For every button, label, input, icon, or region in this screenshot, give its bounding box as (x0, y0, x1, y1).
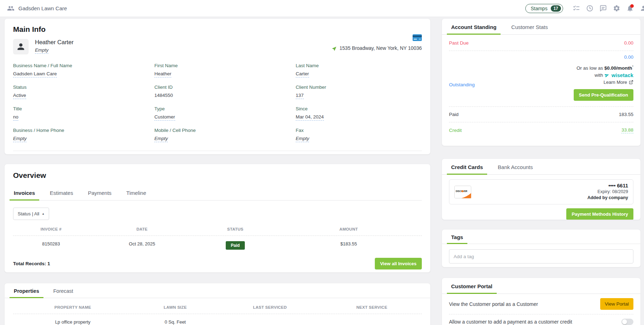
tab-timeline[interactable]: Timeline (126, 185, 147, 200)
learn-more-link[interactable]: Learn More (449, 80, 633, 85)
field-value[interactable]: Carter (296, 71, 309, 77)
customer-address[interactable]: 1535 Broadway, New York, NY 10036 (332, 45, 422, 51)
field-client-number: Client Number 137 (296, 85, 422, 99)
financing-provider: with wisetack (449, 72, 633, 78)
field-label: Business Name / Full Name (13, 63, 154, 68)
field-label: Last Name (296, 63, 422, 68)
lawn-size-cell: 0 Sq. Feet (132, 314, 218, 325)
past-due-row: Past Due 0.00 (449, 35, 633, 51)
field-label: Mobile / Cell Phone (154, 128, 296, 133)
credit-card-item[interactable]: DISCOVER •••• 6611 Expiry: 08/2029 Added… (449, 179, 633, 204)
gear-icon[interactable] (613, 5, 620, 12)
tab-tags[interactable]: Tags (450, 230, 464, 244)
customer-avatar[interactable] (13, 39, 29, 54)
payment-methods-card: Credit Cards Bank Accounts DISCOVER ••••… (442, 158, 641, 220)
field-value[interactable]: Mar 04, 2024 (296, 114, 324, 121)
wisetack-logo-icon (604, 73, 610, 78)
view-all-invoices-button[interactable]: View all Invoices (375, 258, 422, 269)
paid-label: Paid (449, 112, 459, 117)
tab-estimates[interactable]: Estimates (49, 185, 74, 200)
external-link-icon (629, 80, 633, 85)
tab-invoices[interactable]: Invoices (13, 185, 36, 200)
tab-credit-cards[interactable]: Credit Cards (450, 159, 484, 174)
properties-tabs: Properties Forecast (5, 283, 430, 298)
stamps-label: Stamps (531, 6, 547, 11)
invoice-number-cell: 8150283 (13, 236, 89, 255)
send-prequalification-button[interactable]: Send Pre-Qualification (574, 89, 633, 101)
properties-table-header: PROPERTY NAME LAWN SIZE LAST SERVICED NE… (5, 298, 430, 314)
invoice-table-header: INVOICE # DATE STATUS AMOUNT (13, 220, 422, 236)
clock-icon[interactable] (586, 5, 593, 12)
status-filter-dropdown[interactable]: Status | All ▲ (13, 208, 49, 220)
field-value[interactable]: Empty (296, 136, 309, 142)
field-value[interactable]: Customer (154, 114, 175, 121)
field-value[interactable]: Empty (13, 136, 26, 142)
status-filter-label: Status | All (18, 211, 39, 216)
address-text: 1535 Broadway, New York, NY 10036 (339, 45, 422, 51)
payment-methods-history-button[interactable]: Payment Methods History (566, 208, 633, 220)
field-label: Status (13, 85, 154, 90)
tab-account-standing[interactable]: Account Standing (450, 19, 497, 34)
field-first-name: First Name Heather (154, 63, 296, 77)
top-bar-right: Stamps 17 (525, 4, 644, 13)
credit-card-icon[interactable] (413, 34, 422, 42)
tab-customer-portal[interactable]: Customer Portal (450, 278, 493, 294)
tab-payments[interactable]: Payments (87, 185, 112, 200)
column-header: NEXT SERVICE (322, 298, 422, 314)
financing-amount: $0.00/month (604, 65, 632, 71)
last-serviced-cell (218, 314, 322, 325)
field-value[interactable]: Empty (154, 136, 168, 142)
invoice-amount-cell: $183.55 (276, 236, 422, 255)
outstanding-label: Outstanding (449, 82, 475, 87)
notifications-button[interactable] (626, 5, 634, 12)
allow-credit-toggle[interactable] (621, 319, 633, 325)
customer-subtext-field[interactable]: Empty (35, 47, 48, 54)
tab-forecast[interactable]: Forecast (53, 283, 74, 298)
field-since: Since Mar 04, 2024 (296, 106, 422, 121)
tab-customer-stats[interactable]: Customer Stats (510, 19, 548, 34)
past-due-value: 0.00 (624, 40, 633, 46)
checklist-icon[interactable] (573, 5, 580, 12)
field-value[interactable]: Heather (154, 71, 171, 77)
field-value[interactable]: Gadsden Lawn Care (13, 71, 57, 77)
invoice-table-row[interactable]: 8150283 Oct 28, 2025 Paid $183.55 (13, 236, 422, 255)
past-due-label: Past Due (449, 40, 469, 46)
field-label: Fax (296, 128, 422, 133)
allow-credit-text: Allow a customer to add a payment as a c… (449, 319, 572, 325)
overview-title: Overview (13, 171, 422, 180)
outstanding-details: 0.00 Or as low as $0.00/month* with wise… (449, 54, 633, 101)
paid-row: Paid 183.55 (449, 107, 633, 122)
field-title: Title no (13, 106, 154, 121)
customer-name: Heather Carter (35, 39, 73, 46)
total-records-label: Total Records: 1 (13, 261, 50, 266)
field-value[interactable]: Active (13, 93, 26, 99)
view-portal-button[interactable]: View Portal (600, 298, 633, 310)
stamps-button[interactable]: Stamps 17 (525, 4, 563, 13)
field-label: Title (13, 106, 154, 111)
credit-card-details: •••• 6611 Expiry: 08/2029 Added by compa… (587, 183, 628, 201)
view-portal-row: View the Customer portal as a Customer V… (442, 294, 640, 314)
chat-icon[interactable] (599, 5, 607, 12)
field-value[interactable]: 137 (296, 93, 304, 99)
field-type: Type Customer (154, 106, 296, 121)
tab-properties[interactable]: Properties (13, 283, 40, 298)
field-value: 1484550 (154, 93, 173, 98)
financing-offer: Or as low as $0.00/month* (449, 65, 633, 71)
discover-logo-icon: DISCOVER (454, 186, 471, 198)
divider (13, 151, 422, 151)
tab-bank-accounts[interactable]: Bank Accounts (497, 159, 533, 174)
outstanding-value: 0.00 (449, 54, 633, 60)
add-tag-input[interactable] (449, 249, 633, 263)
main-info-title: Main Info (13, 25, 422, 34)
field-value[interactable]: no (13, 114, 18, 121)
column-header: STATUS (195, 220, 276, 236)
customer-name-block: Heather Carter Empty (35, 39, 73, 54)
overview-card: Overview Invoices Estimates Payments Tim… (4, 164, 431, 273)
column-header: LAWN SIZE (132, 298, 218, 314)
account-standing-body: Past Due 0.00 Outstanding 0.00 Or as low… (442, 35, 640, 138)
person-icon[interactable] (640, 5, 644, 12)
property-name-cell: Lp office property (13, 314, 132, 325)
property-table-row[interactable]: Lp office property 0 Sq. Feet (5, 314, 430, 325)
credit-value[interactable]: 33.88 (621, 127, 633, 133)
toggle-knob (622, 319, 627, 324)
